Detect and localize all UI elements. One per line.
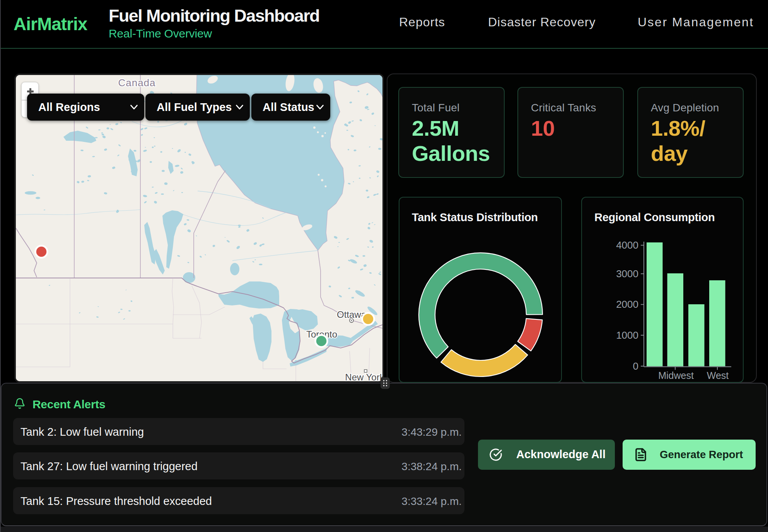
svg-text:West: West [707, 370, 729, 381]
svg-text:Canada: Canada [118, 77, 155, 89]
svg-text:1000: 1000 [616, 329, 638, 341]
svg-text:2000: 2000 [616, 298, 638, 310]
svg-text:4000: 4000 [616, 239, 638, 251]
svg-text:3000: 3000 [616, 268, 638, 280]
svg-text:New York: New York [345, 372, 382, 382]
svg-text:Midwest: Midwest [658, 370, 694, 381]
svg-text:0: 0 [633, 360, 638, 372]
